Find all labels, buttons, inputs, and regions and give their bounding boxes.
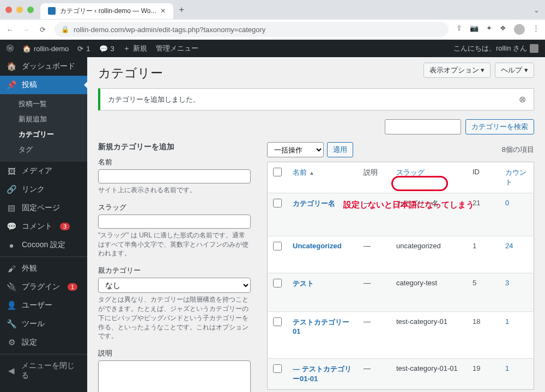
menu-icon[interactable]: ⋮ xyxy=(532,24,540,35)
sidebar-item-dashboard[interactable]: 🏠ダッシュボード xyxy=(0,57,87,76)
parent-select[interactable]: なし xyxy=(98,278,251,293)
browser-tab[interactable]: カテゴリー ‹ rollin-demo — Wo... ✕ xyxy=(40,3,173,19)
new-content-link[interactable]: ＋ 新規 xyxy=(123,44,147,53)
post-count-link[interactable]: 0 xyxy=(505,199,509,207)
select-all-checkbox[interactable] xyxy=(273,168,282,176)
row-checkbox[interactable] xyxy=(273,279,282,287)
back-button[interactable]: ← xyxy=(5,25,14,34)
category-name-link[interactable]: Uncategorized xyxy=(293,242,342,250)
sidebar-submenu-posts: 投稿一覧 新規追加 カテゴリー タグ xyxy=(0,94,87,162)
sidebar-item-links[interactable]: 🔗リンク xyxy=(0,180,87,199)
apply-button[interactable]: 適用 xyxy=(327,142,353,157)
sidebar-item-media[interactable]: 🖾メディア xyxy=(0,162,87,180)
category-table: 名前 ▲ 説明 スラッグ ID カウント カテゴリー名—カテゴリー名210Unc… xyxy=(267,162,534,390)
new-tab-button[interactable]: + xyxy=(179,5,184,15)
address-bar-row: ← → ⟳ 🔒 rollin-demo.com/wp-admin/edit-ta… xyxy=(0,20,545,39)
row-checkbox[interactable] xyxy=(273,364,282,373)
sidebar-separator-2 xyxy=(0,354,87,354)
sidebar-item-appearance[interactable]: 🖌外観 xyxy=(0,259,87,278)
favicon-icon xyxy=(48,7,56,15)
screen-options-button[interactable]: 表示オプション ▾ xyxy=(423,63,491,78)
admin-menu-link[interactable]: 管理メニュー xyxy=(156,44,198,53)
sidebar-item-cocoon[interactable]: ●Cocoon 設定 xyxy=(0,236,87,254)
settings-icon: ⚙ xyxy=(7,338,16,347)
row-checkbox[interactable] xyxy=(273,317,282,326)
sidebar-item-settings[interactable]: ⚙設定 xyxy=(0,333,87,352)
annotation-circle: カテゴリー名 xyxy=(391,176,448,191)
avatar xyxy=(530,44,538,53)
maximize-window-icon[interactable] xyxy=(27,7,34,13)
row-slug: test-category-01-01 xyxy=(391,359,467,390)
post-count-link[interactable]: 1 xyxy=(505,317,509,326)
row-desc: — xyxy=(358,273,391,312)
submenu-categories[interactable]: カテゴリー xyxy=(0,127,87,142)
sidebar-item-pages[interactable]: ▤固定ページ xyxy=(0,199,87,217)
extension-icon[interactable]: ✦ xyxy=(486,24,492,35)
collapse-menu[interactable]: ◀メニューを閉じる xyxy=(0,357,87,385)
post-count-link[interactable]: 1 xyxy=(505,364,509,372)
table-row: テスト—category-test53 xyxy=(268,273,534,312)
link-icon: 🔗 xyxy=(7,185,16,194)
share-icon[interactable]: ⇧ xyxy=(456,24,462,35)
row-desc: — xyxy=(358,312,391,359)
submenu-new-post[interactable]: 新規追加 xyxy=(0,112,87,127)
greeting[interactable]: こんにちは、rollin さん xyxy=(453,44,538,53)
row-id: 1 xyxy=(467,236,500,273)
submenu-tags[interactable]: タグ xyxy=(0,142,87,157)
sidebar-item-posts[interactable]: 📌投稿 xyxy=(0,76,87,94)
updates-link[interactable]: ⟳ 1 xyxy=(77,45,90,53)
help-button[interactable]: ヘルプ ▾ xyxy=(495,63,534,78)
search-input[interactable] xyxy=(385,119,461,134)
col-name[interactable]: 名前 ▲ xyxy=(293,168,353,177)
category-name-link[interactable]: — テストカテゴリー01-01 xyxy=(293,365,352,383)
post-count-link[interactable]: 3 xyxy=(505,279,509,287)
col-id: ID xyxy=(467,162,500,193)
category-name-link[interactable]: テスト xyxy=(293,279,314,287)
chrome-tabs-bar: カテゴリー ‹ rollin-demo — Wo... ✕ + ⌄ xyxy=(0,0,545,20)
window-controls[interactable] xyxy=(5,7,34,13)
sidebar-item-users[interactable]: 👤ユーザー xyxy=(0,296,87,315)
reload-button[interactable]: ⟳ xyxy=(38,25,47,34)
name-input[interactable] xyxy=(98,169,251,183)
extension-icon-2[interactable]: ❖ xyxy=(500,24,506,35)
search-button[interactable]: カテゴリーを検索 xyxy=(465,119,534,134)
row-id: 19 xyxy=(467,359,500,390)
category-name-link[interactable]: カテゴリー名 xyxy=(293,199,335,207)
desc-textarea[interactable] xyxy=(98,360,251,392)
site-link[interactable]: 🏠 rollin-demo xyxy=(22,45,69,53)
submenu-all-posts[interactable]: 投稿一覧 xyxy=(0,96,87,112)
row-checkbox[interactable] xyxy=(273,242,282,250)
sidebar-item-tools[interactable]: 🔧ツール xyxy=(0,315,87,333)
bulk-action-select[interactable]: 一括操作 xyxy=(267,142,324,157)
close-window-icon[interactable] xyxy=(5,7,12,13)
comments-link[interactable]: 💬 3 xyxy=(99,45,114,53)
col-posts[interactable]: カウント xyxy=(505,168,528,187)
col-desc: 説明 xyxy=(358,162,391,193)
sidebar-item-comments[interactable]: 💬コメント3 xyxy=(0,217,87,236)
browser-actions: ⇧ 📷 ✦ ❖ ⋮ xyxy=(456,24,540,35)
parent-help: タグとは異なり、カテゴリーは階層構造を持つことができます。たとえば、ジャズという… xyxy=(98,295,251,341)
slug-input[interactable] xyxy=(98,215,251,229)
name-help: サイト上に表示される名前です。 xyxy=(98,186,251,195)
sidebar-item-plugins[interactable]: 🔌プラグイン1 xyxy=(0,278,87,296)
profile-icon[interactable] xyxy=(514,24,525,35)
wp-logo-icon[interactable]: ⓦ xyxy=(7,44,14,53)
forward-button[interactable]: → xyxy=(22,25,31,34)
row-checkbox[interactable] xyxy=(273,199,282,207)
page-icon: ▤ xyxy=(7,203,16,213)
minimize-window-icon[interactable] xyxy=(16,7,23,13)
dashboard-icon: 🏠 xyxy=(7,62,16,71)
post-count-link[interactable]: 24 xyxy=(505,242,513,250)
tablenav-top: 一括操作 適用 8個の項目 xyxy=(267,142,534,157)
table-row: テストカテゴリー01—test-category-01181 xyxy=(268,312,534,359)
category-name-link[interactable]: テストカテゴリー01 xyxy=(293,318,349,335)
camera-icon[interactable]: 📷 xyxy=(470,24,479,35)
close-tab-icon[interactable]: ✕ xyxy=(160,7,166,15)
wrench-icon: 🔧 xyxy=(7,319,16,329)
url-bar[interactable]: 🔒 rollin-demo.com/wp-admin/edit-tags.php… xyxy=(55,22,449,37)
slug-label: スラッグ xyxy=(98,203,251,212)
chevron-down-icon[interactable]: ⌄ xyxy=(534,6,540,14)
dismiss-notice-button[interactable]: ⊗ xyxy=(519,94,526,105)
desc-label: 説明 xyxy=(98,348,251,358)
bulk-actions: 一括操作 適用 xyxy=(267,142,353,157)
